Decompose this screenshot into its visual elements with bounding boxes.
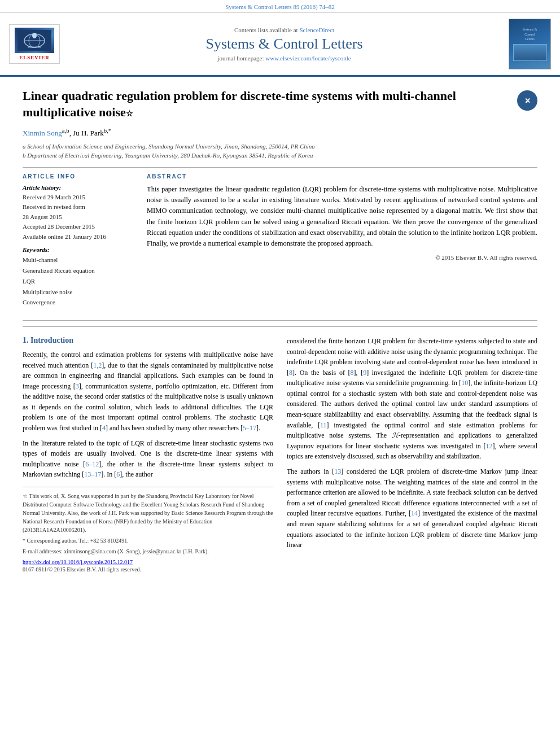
ref-12-link[interactable]: 12 <box>485 442 492 450</box>
sciencedirect-link[interactable]: ScienceDirect <box>299 27 334 33</box>
article-content: ✕ ✓ Linear quadratic regulation problem … <box>0 77 560 587</box>
intro-paragraph-1: Recently, the control and estimation pro… <box>23 350 273 434</box>
main-body: 1. Introduction Recently, the control an… <box>23 326 537 576</box>
doi-link[interactable]: http://dx.doi.org/10.1016/j.sysconle.201… <box>23 559 133 565</box>
accepted-date: Accepted 28 December 2015 <box>23 222 135 232</box>
ref-14-link[interactable]: 14 <box>411 509 418 517</box>
article-info-label: ARTICLE INFO <box>23 173 135 180</box>
elsevier-label: ELSEVIER <box>19 55 50 60</box>
journal-homepage: journal homepage: www.elsevier.com/locat… <box>217 55 351 62</box>
abstract-column: ABSTRACT This paper investigates the lin… <box>147 173 537 312</box>
separator-2 <box>23 320 537 321</box>
author1-link[interactable]: Xinmin Song <box>23 129 62 138</box>
ref-3-link[interactable]: 3 <box>76 382 79 390</box>
available-online: Available online 21 January 2016 <box>23 232 135 242</box>
keywords-label: Keywords: <box>23 246 135 253</box>
received-date: Received 29 March 2015 <box>23 193 135 203</box>
title-star: ☆ <box>126 110 133 118</box>
star-footnote: ☆ This work of, X. Song was supported in… <box>23 492 273 534</box>
received-revised-label: Received in revised form <box>23 202 135 212</box>
crossmark-badge[interactable]: ✕ ✓ <box>517 90 537 111</box>
article-info-abstract-row: ARTICLE INFO Article history: Received 2… <box>23 173 537 312</box>
author1-superscript: a,b <box>62 127 69 134</box>
journal-cover-area: Systems &ControlLetters <box>509 19 551 69</box>
elsevier-logo: ELSEVIER ELSEVIER <box>9 24 60 64</box>
ref-6-link[interactable]: 6 <box>116 470 120 478</box>
elsevier-logo-image: ELSEVIER <box>15 28 54 53</box>
main-right-column: considered the finite horizon LQR proble… <box>287 336 537 576</box>
section-number: 1. <box>23 336 29 344</box>
ref-8-link[interactable]: 8 <box>289 369 292 377</box>
journal-header: ELSEVIER ELSEVIER Contents lists availab… <box>0 13 560 77</box>
author2-name: , Ju H. Park <box>69 129 104 138</box>
ref-8b-link[interactable]: 8 <box>351 369 354 377</box>
introduction-heading: 1. Introduction <box>23 336 273 345</box>
affiliation-b: b Department of Electrical Engineering, … <box>23 151 537 160</box>
ref-13-17-link[interactable]: 13–17 <box>84 470 101 478</box>
homepage-link[interactable]: www.elsevier.com/locate/sysconle <box>265 55 351 62</box>
ref-9-link[interactable]: 9 <box>363 369 366 377</box>
homepage-url-text: www.elsevier.com/locate/sysconle <box>265 55 351 62</box>
email-footnote: E-mail addresses: xinminsong@sina.com (X… <box>23 547 273 556</box>
right-paragraph-1: considered the finite horizon LQR proble… <box>287 336 537 462</box>
ref-1-link[interactable]: 1,2 <box>93 361 102 369</box>
title-text: Linear quadratic regulation problem for … <box>23 89 456 119</box>
separator-1 <box>23 167 537 168</box>
keyword-1: Multi-channel <box>23 255 135 265</box>
doi-line: http://dx.doi.org/10.1016/j.sysconle.201… <box>23 559 273 565</box>
svg-point-4 <box>32 33 37 38</box>
journal-cover-image: Systems &ControlLetters <box>509 19 551 69</box>
doi-text: http://dx.doi.org/10.1016/j.sysconle.201… <box>23 559 133 565</box>
authors-line: Xinmin Songa,b, Ju H. Parkb,* <box>23 127 537 138</box>
svg-text:ELSEVIER: ELSEVIER <box>28 46 41 49</box>
article-title: Linear quadratic regulation problem for … <box>23 88 537 120</box>
journal-citation: Systems & Control Letters 89 (2016) 74–8… <box>0 0 560 13</box>
copyright-notice: © 2015 Elsevier B.V. All rights reserved… <box>147 254 537 261</box>
publisher-logo-area: ELSEVIER ELSEVIER <box>9 19 60 69</box>
abstract-text: This paper investigates the linear quadr… <box>147 184 537 250</box>
main-left-column: 1. Introduction Recently, the control an… <box>23 336 273 576</box>
ref-11-link[interactable]: 11 <box>320 421 327 429</box>
affiliation-a: a School of Information Science and Engi… <box>23 142 537 151</box>
history-label: Article history: <box>23 184 135 191</box>
keywords-section: Keywords: Multi-channel Generalized Ricc… <box>23 246 135 307</box>
article-history-section: Article history: Received 29 March 2015 … <box>23 184 135 242</box>
svg-text:✓: ✓ <box>525 99 530 104</box>
article-info-column: ARTICLE INFO Article history: Received 2… <box>23 173 135 312</box>
homepage-label: journal homepage: <box>217 55 265 62</box>
sciencedirect-line: Contents lists available at ScienceDirec… <box>234 27 334 33</box>
footnote-section: ☆ This work of, X. Song was supported in… <box>23 487 273 574</box>
ref-10-link[interactable]: 10 <box>461 379 468 387</box>
ref-5-17-link[interactable]: 5–17 <box>243 424 256 432</box>
contents-label: Contents lists available at <box>234 27 299 33</box>
right-paragraph-2: The authors in [13] considered the LQR p… <box>287 466 537 551</box>
keyword-2: Generalized Riccati equation <box>23 265 135 276</box>
journal-title: Systems & Control Letters <box>205 36 362 53</box>
ref-4-link[interactable]: 4 <box>102 424 106 432</box>
ref-13-link[interactable]: 13 <box>334 468 341 475</box>
abstract-label: ABSTRACT <box>147 173 537 180</box>
issn-line: 0167-6911/© 2015 Elsevier B.V. All right… <box>23 565 273 574</box>
citation-text: Systems & Control Letters 89 (2016) 74–8… <box>225 3 335 10</box>
section-title: Introduction <box>30 336 73 344</box>
author1-name: Xinmin Song <box>23 129 62 138</box>
affiliations: a School of Information Science and Engi… <box>23 142 537 160</box>
keyword-3: LQR <box>23 276 135 287</box>
ref-6-12-link[interactable]: 6–12 <box>85 460 99 468</box>
word-one: One <box>140 449 151 457</box>
keyword-4: Multiplicative noise <box>23 287 135 298</box>
sciencedirect-text: ScienceDirect <box>299 27 334 33</box>
received-revised-date: 28 August 2015 <box>23 212 135 222</box>
keyword-5: Convergence <box>23 297 135 308</box>
journal-header-center: Contents lists available at ScienceDirec… <box>65 19 503 69</box>
corresponding-footnote: * Corresponding author. Tel.: +82 53 810… <box>23 536 273 545</box>
author2-superscript: b,* <box>104 127 112 134</box>
h-representation-text: ℋ <box>392 431 399 439</box>
intro-paragraph-2: In the literature related to the topic o… <box>23 438 273 480</box>
